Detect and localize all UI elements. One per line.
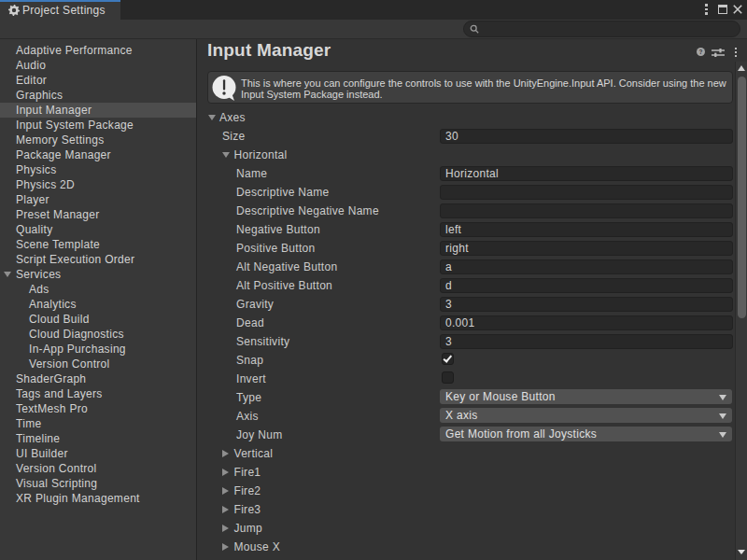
svg-text:?: ? xyxy=(699,49,703,55)
